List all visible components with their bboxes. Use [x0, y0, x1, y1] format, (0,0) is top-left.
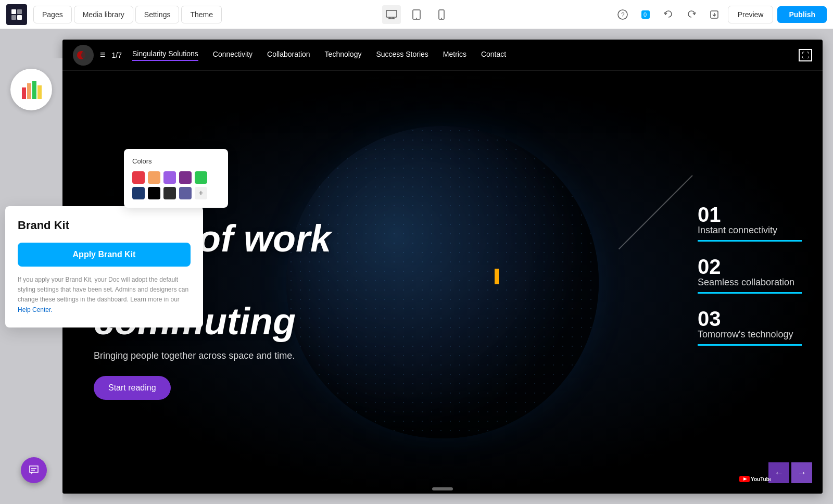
avatar-inner: [15, 73, 48, 106]
theme-button[interactable]: Theme: [181, 6, 222, 23]
nav-link-collaboration[interactable]: Collaboration: [267, 50, 310, 60]
redo-button[interactable]: [682, 5, 701, 24]
globe-dots: [286, 126, 599, 438]
site-logo: [73, 45, 94, 66]
nav-link-metrics[interactable]: Metrics: [443, 50, 466, 60]
swatch-navy[interactable]: [132, 187, 145, 199]
export-button[interactable]: [705, 5, 724, 24]
list-num-01: 01: [698, 204, 802, 225]
chat-bubble[interactable]: [21, 457, 47, 483]
nav-link-connectivity[interactable]: Connectivity: [213, 50, 253, 60]
list-label-02: Seamless collaboration: [698, 277, 802, 288]
nav-hamburger[interactable]: ≡: [100, 49, 106, 60]
youtube-badge: YouTube: [739, 475, 771, 483]
svg-text:0: 0: [643, 11, 647, 18]
svg-rect-0: [11, 9, 16, 14]
tablet-device-button[interactable]: [407, 5, 426, 24]
nav-link-singularity[interactable]: Singularity Solutions: [132, 49, 198, 61]
swatch-dark[interactable]: [163, 187, 176, 199]
nav-link-success[interactable]: Success Stories: [376, 50, 428, 60]
device-switcher: [382, 5, 451, 24]
list-item-01: 01 Instant connectivity: [698, 204, 802, 242]
svg-rect-3: [17, 15, 22, 20]
prev-arrow[interactable]: ←: [768, 462, 789, 483]
accent-rect: [495, 269, 499, 284]
svg-point-9: [416, 18, 417, 19]
svg-rect-19: [27, 83, 31, 99]
publish-button[interactable]: Publish: [777, 6, 827, 23]
add-color-button[interactable]: +: [195, 187, 207, 199]
svg-rect-2: [11, 15, 16, 20]
list-num-03: 03: [698, 308, 802, 329]
svg-rect-21: [37, 85, 42, 99]
nav-arrows: ← →: [768, 462, 812, 483]
svg-point-11: [441, 18, 442, 19]
brand-kit-title: Brand Kit: [18, 219, 191, 232]
svg-rect-1: [17, 9, 22, 14]
list-label-01: Instant connectivity: [698, 225, 802, 236]
list-bar-02: [698, 292, 802, 294]
page-indicator: 1/7: [112, 51, 122, 59]
list-label-03: Tomorrow's technology: [698, 329, 802, 340]
nav-links: Singularity Solutions Connectivity Colla…: [132, 49, 506, 61]
toolbar: Pages Media library Settings Theme: [0, 0, 833, 29]
swatch-orange[interactable]: [148, 171, 160, 184]
swatch-red[interactable]: [132, 171, 145, 184]
media-library-button[interactable]: Media library: [74, 6, 133, 23]
apply-brand-kit-button[interactable]: Apply Brand Kit: [18, 243, 191, 267]
globe: [286, 126, 599, 438]
notification-badge[interactable]: 0: [636, 5, 655, 24]
avatar: [10, 69, 52, 110]
brand-kit-description: If you apply your Brand Kit, your Doc wi…: [18, 275, 191, 315]
app-logo: [6, 4, 27, 25]
svg-text:YouTube: YouTube: [751, 476, 771, 482]
swatch-purple[interactable]: [163, 171, 176, 184]
pages-button[interactable]: Pages: [33, 6, 72, 23]
swatch-black[interactable]: [148, 187, 160, 199]
mobile-device-button[interactable]: [432, 5, 451, 24]
svg-point-23: [81, 51, 90, 59]
fullscreen-icon[interactable]: ⛶: [799, 49, 812, 61]
swatch-slate[interactable]: [179, 187, 192, 199]
list-bar-01: [698, 240, 802, 242]
toolbar-right: ? 0 Prev: [613, 5, 827, 24]
next-arrow[interactable]: →: [791, 462, 812, 483]
list-item-03: 03 Tomorrow's technology: [698, 308, 802, 346]
brand-kit-panel: Brand Kit Apply Brand Kit If you apply y…: [5, 206, 203, 327]
swatch-dark-purple[interactable]: [179, 171, 192, 184]
nav-link-technology[interactable]: Technology: [325, 50, 362, 60]
hero-subtitle: Bringing people together across space an…: [94, 350, 331, 361]
list-bar-03: [698, 344, 802, 346]
svg-rect-20: [32, 81, 36, 99]
color-swatches: +: [132, 171, 220, 199]
scroll-indicator: [432, 487, 453, 490]
colors-label: Colors: [132, 157, 220, 165]
help-center-link[interactable]: Help Center.: [18, 306, 53, 313]
svg-rect-18: [22, 87, 26, 99]
list-item-02: 02 Seamless collaboration: [698, 256, 802, 294]
hero-list: 01 Instant connectivity 02 Seamless coll…: [698, 204, 802, 360]
start-reading-button[interactable]: Start reading: [94, 376, 171, 400]
undo-button[interactable]: [659, 5, 678, 24]
main-area: ≡ 1/7 Singularity Solutions Connectivity…: [0, 29, 833, 504]
preview-nav: ≡ 1/7 Singularity Solutions Connectivity…: [62, 40, 823, 71]
help-button[interactable]: ?: [613, 5, 632, 24]
desktop-device-button[interactable]: [382, 5, 401, 24]
svg-text:?: ?: [621, 11, 625, 19]
svg-rect-4: [386, 10, 397, 17]
nav-link-contact[interactable]: Contact: [481, 50, 506, 60]
colors-panel: Colors +: [124, 149, 228, 208]
preview-button[interactable]: Preview: [728, 6, 774, 23]
list-num-02: 02: [698, 256, 802, 277]
swatch-green[interactable]: [195, 171, 207, 184]
settings-button[interactable]: Settings: [135, 6, 180, 23]
